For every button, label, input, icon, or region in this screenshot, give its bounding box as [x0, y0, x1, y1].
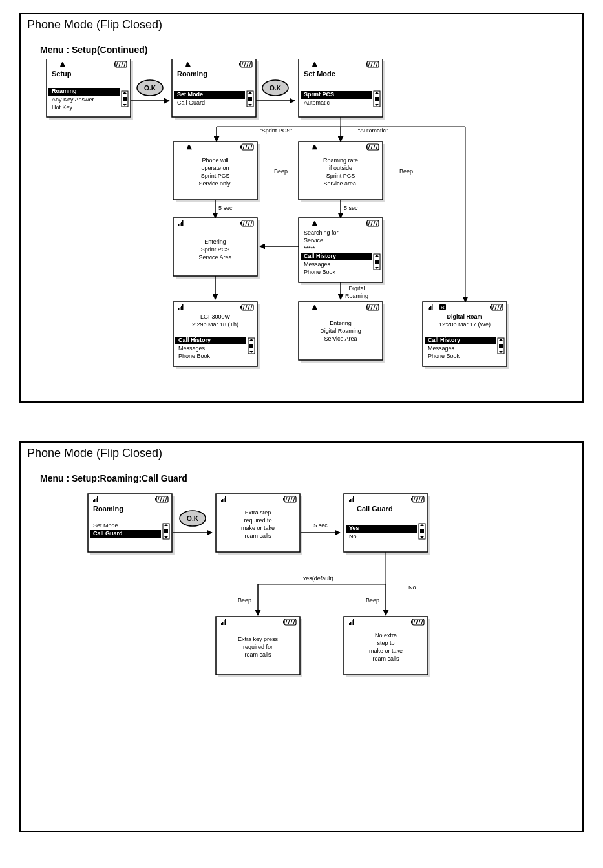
svg-text:O.K: O.K	[144, 85, 156, 92]
panel1-subtitle: Menu : Setup(Continued)	[21, 32, 582, 59]
svg-text:Call Guard: Call Guard	[93, 530, 123, 536]
svg-text:Extra step: Extra step	[245, 509, 271, 516]
svg-text:Yes(default): Yes(default)	[302, 575, 333, 582]
screen-roaming2: Roaming Set Mode Call Guard	[88, 494, 175, 555]
svg-text:operate on: operate on	[201, 165, 229, 171]
svg-text:Call History: Call History	[304, 253, 336, 259]
svg-text:R: R	[441, 304, 445, 310]
svg-text:Set Mode: Set Mode	[93, 522, 118, 529]
screen-entering-digital: Entering Digital Roaming Service Area	[299, 302, 385, 363]
screen-entering-spcs: Entering Sprint PCS Service Area	[173, 218, 260, 279]
panel-call-guard: Phone Mode (Flip Closed) Menu : Setup:Ro…	[19, 441, 584, 832]
svg-text:Setup: Setup	[52, 70, 72, 78]
svg-text:LGI-3000W: LGI-3000W	[200, 313, 231, 320]
svg-text:Sprint PCS: Sprint PCS	[304, 91, 334, 98]
diagram-2: Roaming Set Mode Call Guard O.K Extra st…	[21, 487, 583, 798]
svg-text:Any Key Answer: Any Key Answer	[52, 96, 94, 103]
svg-text:“Automatic”: “Automatic”	[358, 127, 388, 134]
panel2-subtitle: Menu : Setup:Roaming:Call Guard	[21, 460, 582, 487]
svg-text:Phone will: Phone will	[202, 157, 228, 164]
screen-extra-step: Extra step required to make or take roam…	[216, 494, 302, 555]
svg-text:Phone Book: Phone Book	[178, 353, 211, 359]
svg-text:Digital: Digital	[348, 285, 365, 291]
svg-text:roam calls: roam calls	[372, 655, 399, 662]
panel1-title: Phone Mode (Flip Closed)	[21, 14, 582, 32]
svg-text:Call History: Call History	[428, 337, 460, 343]
svg-text:roam calls: roam calls	[244, 533, 271, 539]
svg-text:2:29p Mar 18 (Th): 2:29p Mar 18 (Th)	[192, 321, 238, 328]
svg-text:5 sec: 5 sec	[344, 205, 358, 211]
screen-call-guard: Call Guard Yes No	[344, 494, 430, 555]
svg-text:No: No	[408, 584, 416, 591]
svg-text:Set Mode: Set Mode	[304, 70, 335, 78]
diagram-1: Setup Roaming Any Key Answer Hot Key O.K…	[21, 59, 583, 401]
svg-text:Extra key press: Extra key press	[238, 636, 279, 642]
svg-text:O.K: O.K	[187, 515, 199, 522]
svg-text:Roaming rate: Roaming rate	[323, 157, 358, 164]
svg-text:Digital Roam: Digital Roam	[447, 313, 482, 320]
svg-text:Roaming: Roaming	[52, 88, 77, 94]
screen-extra-key: Extra key press required for roam calls	[216, 617, 302, 677]
screen-no-extra: No extra step to make or take roam calls	[344, 617, 430, 677]
svg-text:Roaming: Roaming	[93, 505, 123, 513]
svg-text:Call Guard: Call Guard	[177, 100, 205, 106]
svg-text:Messages: Messages	[428, 345, 455, 352]
svg-text:make or take: make or take	[241, 525, 275, 531]
svg-text:Call Guard: Call Guard	[357, 505, 393, 513]
svg-text:No extra: No extra	[375, 632, 397, 639]
screen-roaming: Roaming Set Mode Call Guard	[172, 59, 259, 120]
svg-text:required for: required for	[243, 644, 273, 650]
svg-text:Beep: Beep	[238, 597, 251, 604]
svg-text:Service area.: Service area.	[323, 180, 357, 187]
svg-text:Messages: Messages	[178, 345, 206, 352]
svg-text:12:20p Mar 17 (We): 12:20p Mar 17 (We)	[439, 321, 491, 328]
svg-text:if outside: if outside	[329, 165, 352, 171]
svg-text:Sprint PCS: Sprint PCS	[201, 173, 230, 179]
svg-text:Service Area: Service Area	[198, 254, 231, 260]
svg-text:No: No	[349, 533, 357, 540]
panel-setup-continued: Phone Mode (Flip Closed) Menu : Setup(Co…	[19, 13, 584, 403]
svg-text:Automatic: Automatic	[304, 100, 330, 106]
svg-text:Sprint PCS: Sprint PCS	[326, 173, 355, 179]
svg-text:roam calls: roam calls	[244, 651, 271, 658]
svg-text:Beep: Beep	[399, 168, 413, 175]
svg-text:Call History: Call History	[178, 337, 211, 343]
screen-lgi: LGI-3000W 2:29p Mar 18 (Th) Call History…	[173, 302, 260, 369]
svg-text:5 sec: 5 sec	[218, 205, 233, 211]
svg-text:“Sprint PCS”: “Sprint PCS”	[260, 127, 293, 134]
svg-text:Searching for: Searching for	[304, 229, 339, 236]
svg-text:Service only.: Service only.	[199, 180, 232, 187]
screen-digital-roam: R Digital Roam 12:20p Mar 17 (We) Call H…	[423, 302, 509, 369]
svg-text:Messages: Messages	[304, 261, 331, 268]
svg-text:Service: Service	[304, 237, 323, 244]
svg-text:Roaming: Roaming	[177, 70, 207, 78]
svg-text:Yes: Yes	[349, 525, 359, 531]
svg-text:Beep: Beep	[274, 168, 288, 175]
screen-setmode: Set Mode Sprint PCS Automatic	[299, 59, 385, 120]
svg-text:Service Area: Service Area	[324, 335, 357, 342]
svg-text:make or take: make or take	[369, 648, 403, 654]
svg-text:Entering: Entering	[204, 238, 226, 245]
svg-text:Phone Book: Phone Book	[304, 269, 336, 275]
svg-text:step to: step to	[377, 640, 394, 646]
svg-text:*****: *****	[304, 245, 315, 251]
svg-text:required to: required to	[244, 517, 271, 524]
svg-text:Set Mode: Set Mode	[177, 91, 203, 98]
screen-roaming-rate: Roaming rate if outside Sprint PCS Servi…	[299, 142, 385, 202]
svg-text:Digital Roaming: Digital Roaming	[320, 328, 361, 334]
svg-text:Hot Key: Hot Key	[52, 104, 73, 111]
screen-searching: Searching for Service ***** Call History…	[299, 218, 385, 285]
screen-sprint-only: Phone will operate on Sprint PCS Service…	[173, 142, 260, 202]
svg-text:Phone Book: Phone Book	[428, 353, 460, 359]
svg-text:Sprint PCS: Sprint PCS	[201, 246, 230, 253]
svg-text:Beep: Beep	[366, 597, 379, 604]
panel2-title: Phone Mode (Flip Closed)	[21, 443, 582, 460]
svg-text:Entering: Entering	[330, 320, 352, 326]
svg-text:O.K: O.K	[270, 85, 282, 92]
svg-text:Roaming: Roaming	[345, 293, 368, 299]
screen-setup: Setup Roaming Any Key Answer Hot Key	[47, 59, 133, 120]
svg-text:5 sec: 5 sec	[313, 522, 328, 529]
